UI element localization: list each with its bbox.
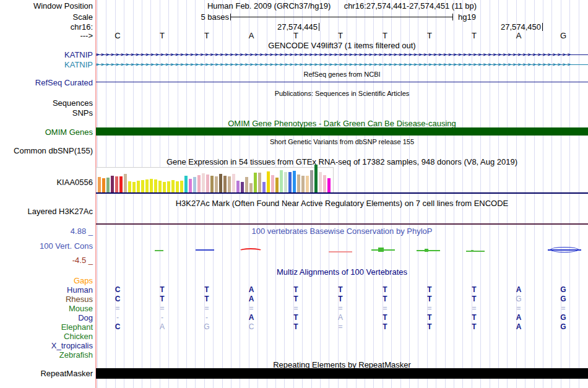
conservation-peak[interactable] bbox=[425, 249, 428, 252]
species-label-mouse[interactable]: Mouse bbox=[0, 304, 93, 313]
gtex-tissue-bar[interactable] bbox=[301, 176, 305, 193]
refseq-title: RefSeq genes from NCBI bbox=[96, 71, 588, 78]
gtex-tissue-bar[interactable] bbox=[293, 171, 296, 193]
refseq-gene-line[interactable] bbox=[96, 82, 588, 82]
conservation-dip-arc[interactable] bbox=[239, 248, 262, 254]
gene-label-katnip-2[interactable]: KATNIP bbox=[0, 60, 93, 69]
gtex-tissue-bar[interactable] bbox=[180, 181, 183, 193]
gtex-tissue-bar[interactable] bbox=[154, 179, 157, 193]
gtex-tissue-bar[interactable] bbox=[267, 171, 270, 193]
gtex-tissue-bar[interactable] bbox=[228, 176, 231, 193]
gtex-tissue-bar[interactable] bbox=[206, 175, 209, 193]
gtex-tissue-bar[interactable] bbox=[254, 173, 257, 193]
gtex-tissue-bar[interactable] bbox=[150, 179, 153, 193]
gtex-tissue-bar[interactable] bbox=[236, 181, 240, 193]
gtex-tissue-bar[interactable] bbox=[176, 181, 179, 193]
gtex-tissue-bar[interactable] bbox=[245, 177, 248, 193]
gtex-tissue-bar[interactable] bbox=[262, 182, 266, 193]
gtex-tissue-bar[interactable] bbox=[210, 176, 214, 193]
gtex-tissue-bar[interactable] bbox=[189, 179, 192, 193]
species-label-rhesus[interactable]: Rhesus bbox=[0, 295, 93, 304]
gtex-tissue-bar[interactable] bbox=[163, 182, 166, 193]
conservation-lens-line[interactable] bbox=[548, 249, 581, 251]
gtex-tissue-bar[interactable] bbox=[327, 178, 331, 193]
alignment-base: C bbox=[95, 295, 140, 303]
gtex-tissue-bar[interactable] bbox=[128, 181, 131, 193]
gtex-tissue-bar[interactable] bbox=[184, 176, 188, 193]
alignment-base: = bbox=[496, 304, 541, 313]
gtex-tissue-bar[interactable] bbox=[219, 174, 222, 193]
repeatmasker-label[interactable]: RepeatMasker bbox=[0, 369, 93, 378]
gtex-tissue-bar[interactable] bbox=[275, 178, 279, 193]
conservation-peak[interactable] bbox=[471, 250, 473, 252]
gtex-tissue-bar[interactable] bbox=[171, 180, 175, 193]
phylop-title: 100 vertebrates Basewise Conservation by… bbox=[96, 226, 588, 236]
gtex-tissue-bar[interactable] bbox=[145, 179, 149, 193]
gtex-tissue-bar[interactable] bbox=[241, 182, 244, 193]
gene-katnip-1[interactable]: >>>>>>>>>>>>>>>>>>>>>>>>>>>>>>>>>>>>>>>>… bbox=[96, 50, 588, 59]
gtex-tissue-bar[interactable] bbox=[106, 178, 110, 193]
species-label-gaps[interactable]: Gaps bbox=[0, 276, 93, 285]
gtex-tissue-bar[interactable] bbox=[258, 173, 261, 193]
gtex-tissue-bar[interactable] bbox=[310, 170, 313, 193]
gtex-tissue-bar[interactable] bbox=[249, 183, 253, 193]
conservation-mark[interactable] bbox=[417, 250, 440, 251]
gtex-tissue-bar[interactable] bbox=[323, 175, 326, 193]
gtex-expression-chart[interactable] bbox=[96, 167, 334, 194]
gtex-tissue-bar[interactable] bbox=[124, 174, 127, 193]
h3k27ac-signal-line[interactable] bbox=[96, 223, 588, 225]
vert-cons-label[interactable]: 100 Vert. Cons bbox=[0, 241, 93, 251]
conservation-mark[interactable] bbox=[155, 250, 163, 251]
gtex-tissue-bar[interactable] bbox=[288, 172, 292, 193]
gtex-tissue-bar[interactable] bbox=[202, 173, 205, 193]
strand-label[interactable]: ---> bbox=[0, 31, 93, 40]
snps-label[interactable]: SNPs bbox=[0, 108, 93, 118]
gtex-tissue-bar[interactable] bbox=[98, 177, 101, 193]
gtex-tissue-bar[interactable] bbox=[141, 180, 144, 193]
gtex-tissue-bar[interactable] bbox=[167, 181, 170, 193]
omim-genes-label[interactable]: OMIM Genes bbox=[0, 127, 93, 137]
gtex-tissue-bar[interactable] bbox=[314, 165, 318, 193]
species-label-dog[interactable]: Dog bbox=[0, 313, 93, 322]
gtex-tissue-bar[interactable] bbox=[280, 170, 283, 193]
conservation-mark[interactable] bbox=[466, 251, 485, 252]
species-label-zebrafish[interactable]: Zebrafish bbox=[0, 350, 93, 360]
omim-gene-bar[interactable] bbox=[96, 127, 588, 136]
gtex-tissue-bar[interactable] bbox=[223, 176, 227, 193]
gtex-tissue-bar[interactable] bbox=[115, 176, 118, 193]
conservation-mark[interactable] bbox=[196, 249, 214, 251]
gtex-tissue-bar[interactable] bbox=[271, 175, 274, 193]
conservation-mark[interactable] bbox=[329, 251, 352, 252]
species-label-elephant[interactable]: Elephant bbox=[0, 322, 93, 332]
conservation-peak[interactable] bbox=[378, 248, 384, 252]
refseq-curated-label[interactable]: RefSeq Curated bbox=[0, 78, 93, 87]
gtex-tissue-bar[interactable] bbox=[284, 172, 287, 193]
gtex-tissue-bar[interactable] bbox=[137, 181, 140, 193]
gtex-tissue-bar[interactable] bbox=[232, 174, 235, 193]
gtex-tissue-bar[interactable] bbox=[193, 177, 196, 193]
gene-label-katnip-1[interactable]: KATNIP bbox=[0, 50, 93, 59]
gtex-tissue-bar[interactable] bbox=[132, 182, 136, 193]
species-label-chicken[interactable]: Chicken bbox=[0, 332, 93, 341]
alignment-base: = bbox=[318, 304, 363, 313]
sequences-label[interactable]: Sequences bbox=[0, 98, 93, 108]
alignment-base: T bbox=[363, 285, 407, 294]
common-dbsnp-label[interactable]: Common dbSNP(155) bbox=[0, 146, 93, 155]
gtex-gene-label[interactable]: KIAA0556 bbox=[0, 178, 93, 187]
gene-katnip-2[interactable]: >>>>>>>>>>>>>>>>>>>>>>>>>>>>>>>>>>>>>>>>… bbox=[96, 60, 588, 69]
gtex-tissue-bar[interactable] bbox=[102, 178, 105, 193]
species-label-x_tropicalis[interactable]: X_tropicalis bbox=[0, 341, 93, 350]
alignment-base: T bbox=[140, 295, 184, 303]
gtex-tissue-bar[interactable] bbox=[158, 181, 162, 193]
gtex-tissue-bar[interactable] bbox=[319, 172, 322, 193]
gtex-tissue-bar[interactable] bbox=[297, 175, 300, 193]
gtex-tissue-bar[interactable] bbox=[215, 176, 218, 193]
layered-h3k27ac-label[interactable]: Layered H3K27Ac bbox=[0, 207, 93, 216]
base-letter: T bbox=[407, 31, 452, 40]
gtex-tissue-bar[interactable] bbox=[119, 176, 123, 193]
species-label-human[interactable]: Human bbox=[0, 285, 93, 295]
gtex-tissue-bar[interactable] bbox=[306, 176, 309, 193]
gtex-tissue-bar[interactable] bbox=[197, 175, 201, 193]
repeatmasker-element-bar[interactable] bbox=[96, 368, 588, 379]
gtex-tissue-bar[interactable] bbox=[111, 176, 114, 193]
